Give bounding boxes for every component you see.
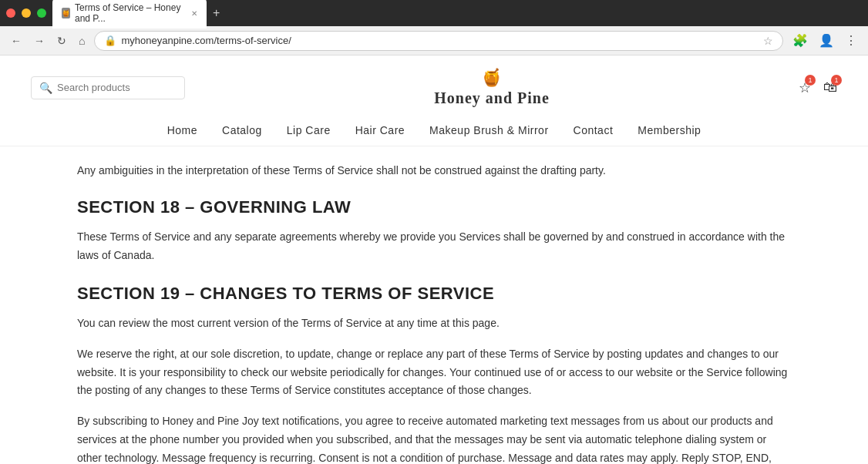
url-text: myhoneyanpine.com/terms-of-service/	[121, 35, 759, 46]
extensions-button[interactable]: 🧩	[789, 30, 811, 51]
address-bar[interactable]: 🔒 myhoneyanpine.com/terms-of-service/ ☆	[94, 31, 783, 51]
window-controls	[6, 8, 46, 18]
nav-lip-care[interactable]: Lip Care	[287, 124, 331, 136]
nav-makeup-brush[interactable]: Makeup Brush & Mirror	[429, 124, 548, 136]
logo-text: Honey and Pine	[434, 89, 550, 107]
tab-strip: 🍯 Terms of Service – Honey and P... ✕ +	[52, 0, 862, 29]
main-content: Any ambiguities in the interpretation of…	[0, 146, 868, 464]
menu-button[interactable]: ⋮	[842, 30, 860, 51]
forward-button[interactable]: →	[31, 32, 48, 50]
tab-title: Terms of Service – Honey and P...	[75, 2, 183, 24]
section19-body2: We reserve the right, at our sole discre…	[77, 345, 791, 400]
cart-badge: 1	[831, 75, 842, 86]
wishlist-badge: 1	[805, 75, 816, 86]
section18-title: SECTION 18 – GOVERNING LAW	[77, 197, 791, 217]
bookmark-star-icon[interactable]: ☆	[763, 35, 773, 47]
preamble-text: Any ambiguities in the interpretation of…	[77, 162, 791, 179]
window-maximize-button[interactable]	[37, 8, 46, 18]
logo-icon: 🍯	[481, 68, 502, 88]
lock-icon: 🔒	[104, 35, 116, 46]
site-nav: Home Catalog Lip Care Hair Care Makeup B…	[31, 115, 837, 146]
wishlist-button[interactable]: ☆ 1	[799, 79, 811, 96]
section19-body3: By subscribing to Honey and Pine Joy tex…	[77, 412, 791, 464]
window-minimize-button[interactable]	[22, 8, 31, 18]
search-bar[interactable]: 🔍	[31, 76, 185, 99]
search-icon: 🔍	[39, 82, 52, 94]
search-input[interactable]	[57, 82, 177, 93]
cart-button[interactable]: 🛍 1	[823, 79, 837, 96]
header-top: 🔍 🍯 Honey and Pine ☆ 1 🛍 1	[31, 55, 837, 115]
browser-toolbar: ← → ↻ ⌂ 🔒 myhoneyanpine.com/terms-of-ser…	[0, 26, 868, 55]
tab-favicon-icon: 🍯	[62, 8, 70, 18]
browser-chrome: 🍯 Terms of Service – Honey and P... ✕ + …	[0, 0, 868, 55]
header-actions: ☆ 1 🛍 1	[799, 79, 837, 96]
website: 🔍 🍯 Honey and Pine ☆ 1 🛍 1	[0, 55, 868, 464]
new-tab-button[interactable]: +	[210, 6, 223, 20]
section18-body: These Terms of Service and any separate …	[77, 228, 791, 265]
profile-button[interactable]: 👤	[816, 30, 837, 51]
active-tab[interactable]: 🍯 Terms of Service – Honey and P... ✕	[52, 0, 207, 29]
reload-button[interactable]: ↻	[54, 32, 69, 50]
home-button[interactable]: ⌂	[76, 32, 88, 50]
tab-close-icon[interactable]: ✕	[191, 9, 197, 18]
nav-hair-care[interactable]: Hair Care	[355, 124, 405, 136]
site-logo: 🍯 Honey and Pine	[434, 68, 550, 107]
window-close-button[interactable]	[6, 8, 15, 18]
back-button[interactable]: ←	[8, 32, 25, 50]
nav-contact[interactable]: Contact	[574, 124, 614, 136]
section19-body1: You can review the most current version …	[77, 314, 791, 333]
titlebar: 🍯 Terms of Service – Honey and P... ✕ +	[0, 0, 868, 26]
nav-membership[interactable]: Membership	[638, 124, 701, 136]
nav-catalog[interactable]: Catalog	[222, 124, 262, 136]
nav-home[interactable]: Home	[167, 124, 197, 136]
toolbar-icons: 🧩 👤 ⋮	[789, 30, 860, 51]
section19-title: SECTION 19 – CHANGES TO TERMS OF SERVICE	[77, 284, 791, 304]
site-header: 🔍 🍯 Honey and Pine ☆ 1 🛍 1	[0, 55, 868, 146]
